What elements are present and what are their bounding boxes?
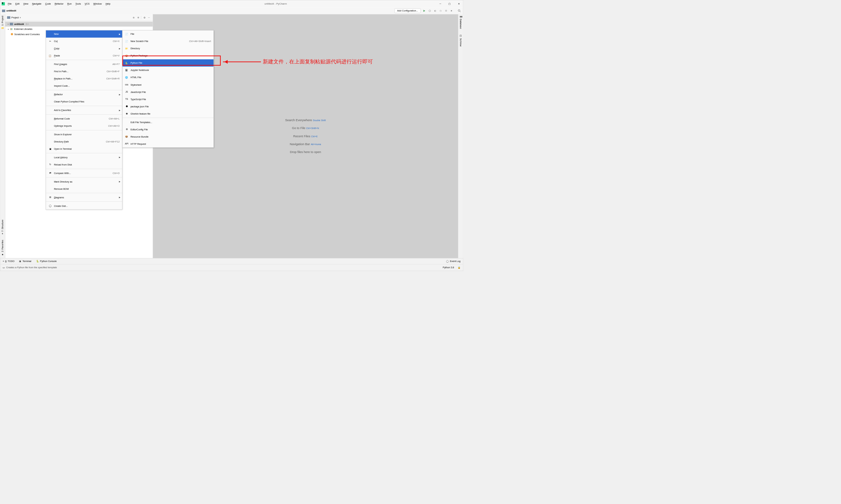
menu-item-compare-with-[interactable]: ⇄Compare With...Ctrl+D [46,169,122,177]
hide-icon[interactable]: ─ [147,15,151,19]
menu-item-diagrams[interactable]: ⊞Diagrams▶ [46,194,122,201]
search-icon[interactable] [458,9,461,13]
menu-item-cut[interactable]: ✂CutCtrl+X [46,38,122,45]
left-gutter: 📁1: Project ≡7: Structure ★2: Favorites [0,15,5,258]
item-icon: 📓 [125,69,128,72]
svg-point-2 [429,10,431,12]
tab-structure[interactable]: ≡7: Structure [1,220,4,234]
menu-item-html-file[interactable]: 🌐HTML File [123,74,213,81]
menu-item-editorconfig-file[interactable]: ⚙EditorConfig File [123,126,213,133]
menu-item-optimize-imports[interactable]: Optimize ImportsCtrl+Alt+O [46,122,122,129]
debug-icon[interactable] [428,9,432,13]
item-icon [125,121,128,124]
menu-help[interactable]: Help [104,2,112,6]
run-icon[interactable] [422,9,426,13]
concurrency-icon[interactable]: ⊞ [444,9,448,13]
welcome-hint: Search Everywhere Double Shift [285,119,326,122]
menu-item-paste[interactable]: 📋PasteCtrl+V [46,52,122,59]
item-icon: ↻ [49,163,52,166]
stop-icon[interactable]: ■ [450,9,453,13]
item-icon: ⬢ [125,105,128,108]
maximize-button[interactable]: ▢ [449,2,451,5]
menu-item-directory-path[interactable]: Directory PathCtrl+Alt+F12 [46,138,122,145]
menu-item-directory[interactable]: 📁Directory [123,45,213,52]
menu-item-local-history[interactable]: Local History▶ [46,154,122,161]
sidebar-title[interactable]: Project ▾ [7,16,21,19]
menu-item-new[interactable]: New▶ [46,31,122,38]
menu-item-python-file[interactable]: 🐍Python File [123,59,213,67]
menu-code[interactable]: Code [44,2,52,6]
add-configuration-button[interactable]: Add Configuration... [395,8,421,13]
svg-line-4 [460,11,461,12]
menu-item-python-package[interactable]: 📦Python Package [123,52,213,59]
tab-project[interactable]: 📁1: Project [1,16,4,30]
locate-icon[interactable]: ⊕ [132,15,136,19]
menu-run[interactable]: Run [66,2,73,6]
menu-refactor[interactable]: Refactor [53,2,65,6]
menu-item-inspect-code-[interactable]: Inspect Code... [46,83,122,90]
item-icon [49,84,52,88]
menu-item-find-in-path-[interactable]: Find in Path...Ctrl+Shift+F [46,68,122,75]
menu-window[interactable]: Window [92,2,103,6]
close-button[interactable]: ✕ [458,2,460,5]
status-bar: ▭ Creates a Python file from the specifi… [0,264,463,271]
menu-item-refactor[interactable]: Refactor▶ [46,91,122,98]
item-icon [49,133,52,136]
menu-item-clean-python-compiled-files[interactable]: Clean Python Compiled Files [46,98,122,105]
item-icon [49,108,52,112]
minimize-button[interactable]: ─ [440,2,441,5]
titlebar: FileEditViewNavigateCodeRefactorRunTools… [0,0,463,7]
event-log[interactable]: ◯ Event Log [446,260,460,262]
menu-item-replace-in-path-[interactable]: Replace in Path...Ctrl+Shift+R [46,75,122,83]
menu-item-resource-bundle[interactable]: 📦Resource Bundle [123,133,213,140]
interpreter-label[interactable]: Python 3.8 [443,266,454,269]
menu-item-package-json-file[interactable]: ⬢package.json File [123,103,213,110]
menu-vcs[interactable]: VCS [83,2,91,6]
menu-item-new-scratch-file[interactable]: 📄New Scratch FileCtrl+Alt+Shift+Insert [123,38,213,45]
expand-icon[interactable]: ≑ [136,15,140,19]
menu-item-stylesheet[interactable]: cssStylesheet [123,81,213,88]
breadcrumb[interactable]: untitled4 [2,10,16,12]
item-icon: 📁 [125,47,128,50]
menu-edit[interactable]: Edit [14,2,21,6]
menu-item-http-request[interactable]: APIHTTP Request [123,140,213,147]
gear-icon[interactable]: ✿ [142,15,146,19]
menu-item-edit-file-templates-[interactable]: Edit File Templates... [123,119,213,126]
menu-item-show-in-explorer[interactable]: Show in Explorer [46,131,122,138]
menu-item-find-usages[interactable]: Find UsagesAlt+F7 [46,61,122,68]
scratches-icon [11,33,13,35]
tab-terminal[interactable]: ▣ Terminal [19,260,31,262]
menu-tools[interactable]: Tools [74,2,83,6]
coverage-icon[interactable]: ◐ [433,9,437,13]
item-icon: 🐍 [125,61,128,65]
item-icon: css [125,83,128,86]
item-icon: ◯ [49,204,52,208]
menu-item-remove-bom[interactable]: Remove BOM [46,185,122,193]
menu-item-open-in-terminal[interactable]: ▣Open in Terminal [46,145,122,152]
window-title: untitled4 - PyCharm [112,2,439,5]
menu-view[interactable]: View [22,2,30,6]
tab-todo[interactable]: ≡ 6: TODO [3,260,15,262]
menu-item-reformat-code[interactable]: Reformat CodeCtrl+Alt+L [46,115,122,122]
menu-item-create-gist-[interactable]: ◯Create Gist... [46,202,122,210]
item-icon [49,33,52,36]
profile-icon[interactable]: ◷ [439,9,442,13]
menu-file[interactable]: File [6,2,13,6]
menu-item-file[interactable]: 📄File [123,31,213,38]
menu-item-typescript-file[interactable]: TSTypeScript File [123,95,213,103]
tree-root[interactable]: ▾ untitled4 G:\ [5,22,153,26]
item-icon: ✂ [49,40,52,43]
menu-item-reload-from-disk[interactable]: ↻Reload from Disk [46,161,122,168]
menu-item-gherkin-feature-file[interactable]: ◉Gherkin feature file [123,110,213,117]
menu-item-javascript-file[interactable]: JSJavaScript File [123,88,213,95]
lock-icon[interactable]: 🔒 [458,266,460,269]
menu-item-jupyter-notebook[interactable]: 📓Jupyter Notebook [123,67,213,74]
menu-item-mark-directory-as[interactable]: Mark Directory as▶ [46,178,122,185]
tab-favorites[interactable]: ★2: Favorites [1,240,4,256]
tab-python-console[interactable]: 🐍 Python Console [36,260,57,262]
tab-sciview[interactable]: ◫SciView [459,34,462,46]
tab-database[interactable]: ≣Database [459,16,462,29]
menu-navigate[interactable]: Navigate [31,2,43,6]
menu-item-add-to-favorites[interactable]: Add to Favorites▶ [46,106,122,114]
menu-item-copy[interactable]: Copy▶ [46,45,122,52]
